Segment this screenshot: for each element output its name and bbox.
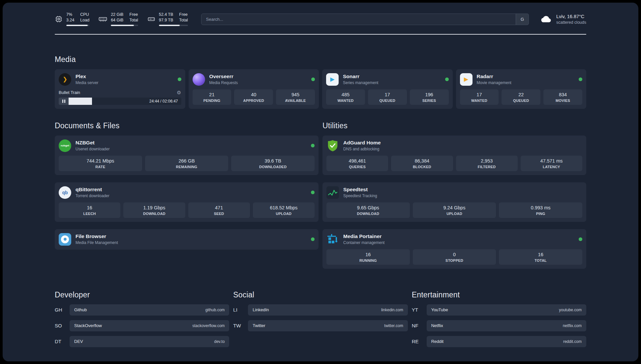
stat-label: SEED bbox=[190, 212, 249, 216]
stat-label: DOWNLOAD bbox=[125, 212, 184, 216]
service-name: File Browser bbox=[76, 233, 118, 239]
stat-label: MOVIES bbox=[545, 99, 581, 103]
disk-metric: 52.4 TB 97.9 TB Free Total bbox=[147, 13, 188, 26]
stat-box: 17 QUEUED bbox=[368, 89, 407, 105]
stat-value: 744.21 Mbps bbox=[60, 158, 141, 164]
service-card-speedtest[interactable]: Speedtest Speedtest Tracking 9.65 Gbps D… bbox=[322, 182, 586, 222]
system-metrics: 7% 3.24 CPU Load bbox=[55, 13, 188, 26]
bookmark-link-youtube[interactable]: YouTube youtube.com bbox=[427, 304, 586, 316]
search-bar: G bbox=[201, 14, 529, 25]
service-card-portainer[interactable]: Media Portainer Container management 16 … bbox=[322, 229, 586, 269]
bookmark-abbr: RE bbox=[412, 339, 422, 344]
plex-icon: ❯ bbox=[59, 73, 71, 86]
service-subtitle: Speedtest Tracking bbox=[343, 194, 377, 198]
service-card-adguard[interactable]: AdGuard Home DNS and adblocking 498,461 … bbox=[322, 136, 586, 175]
stat-label: PING bbox=[500, 212, 581, 216]
stat-label: QUEUED bbox=[369, 99, 406, 103]
bookmark-url: dev.to bbox=[214, 339, 225, 344]
playback-progress-bar[interactable]: 24:44 / 02:06:47 bbox=[59, 98, 181, 105]
stat-label: BLOCKED bbox=[392, 165, 451, 169]
service-name: Speedtest bbox=[343, 187, 377, 193]
bookmark-link-stackoverflow[interactable]: StackOverflow stackoverflow.com bbox=[70, 320, 229, 331]
bookmark-url: reddit.com bbox=[563, 339, 582, 344]
cloud-icon bbox=[540, 15, 552, 23]
bookmark-link-twitter[interactable]: Twitter twitter.com bbox=[248, 320, 408, 331]
bookmark-link-linkedin[interactable]: LinkedIn linkedin.com bbox=[248, 304, 408, 316]
bookmark-url: twitter.com bbox=[384, 323, 403, 328]
disk-free: 52.4 TB bbox=[159, 13, 173, 17]
service-card-sonarr[interactable]: ▶ Sonarr Series management 485 WANTED 17… bbox=[322, 69, 453, 109]
bookmark-name: LinkedIn bbox=[253, 307, 269, 312]
bookmark-link-dev[interactable]: DEV dev.to bbox=[70, 336, 229, 347]
sonarr-icon: ▶ bbox=[326, 73, 339, 86]
bookmark-group-entertainment: Entertainment YT YouTube youtube.com NF … bbox=[412, 290, 586, 347]
now-playing-title: Bullet Train bbox=[59, 90, 80, 95]
section-title-documents: Documents & Files bbox=[55, 121, 319, 130]
weather-location: Lviv, 16.87°C bbox=[556, 14, 586, 19]
playback-time: 24:44 / 02:06:47 bbox=[149, 99, 178, 104]
bookmark-row: SO StackOverflow stackoverflow.com bbox=[55, 320, 229, 331]
service-card-overseerr[interactable]: Overseerr Media Requests 21 PENDING 40 A… bbox=[189, 69, 319, 109]
status-dot bbox=[311, 144, 315, 147]
stat-box: 0.993 ms PING bbox=[499, 202, 582, 218]
stat-label: PENDING bbox=[194, 99, 230, 103]
bookmark-name: Netflix bbox=[431, 323, 443, 328]
stat-label: LEECH bbox=[60, 212, 119, 216]
stat-label: DOWNLOAD bbox=[328, 212, 409, 216]
bookmark-link-netflix[interactable]: Netflix netflix.com bbox=[427, 320, 586, 331]
bookmark-abbr: TW bbox=[233, 323, 243, 328]
cpu-percent: 7% bbox=[66, 13, 74, 17]
stat-value: 9.24 Gbps bbox=[414, 205, 495, 210]
stat-value: 485 bbox=[327, 92, 364, 97]
bookmark-row: DT DEV dev.to bbox=[55, 336, 229, 347]
status-dot bbox=[579, 77, 582, 81]
bookmark-row: LI LinkedIn linkedin.com bbox=[233, 304, 408, 316]
stat-label: WANTED bbox=[461, 99, 498, 103]
stat-label: FILTERED bbox=[457, 165, 516, 169]
stat-label: RATE bbox=[60, 165, 141, 169]
stat-box: 485 WANTED bbox=[326, 89, 365, 105]
bookmark-abbr: SO bbox=[55, 323, 65, 328]
status-dot bbox=[311, 77, 315, 81]
stat-box: 16 TOTAL bbox=[499, 249, 582, 265]
bookmark-name: Twitter bbox=[253, 323, 265, 328]
service-subtitle: Media Requests bbox=[209, 80, 238, 85]
section-title-media: Media bbox=[55, 55, 586, 64]
stat-box: 40 APPROVED bbox=[234, 89, 273, 105]
service-card-radarr[interactable]: ▶ Radarr Movie management 17 WANTED 22 Q… bbox=[456, 69, 587, 109]
stat-box: 266 GB REMAINING bbox=[145, 156, 229, 171]
service-card-plex[interactable]: ❯ Plex Media server Bullet Train ⚙ 24:44… bbox=[55, 69, 185, 109]
stat-label: UPLOAD bbox=[414, 212, 495, 216]
status-dot bbox=[311, 237, 315, 241]
stat-label: RUNNING bbox=[328, 258, 409, 262]
gear-icon[interactable]: ⚙ bbox=[177, 90, 181, 96]
bookmark-url: youtube.com bbox=[559, 308, 582, 312]
service-name: Media Portainer bbox=[343, 233, 384, 239]
service-card-qbittorrent[interactable]: qb qBittorrent Torrent downloader 16 LEE… bbox=[55, 182, 319, 222]
ram-free: 22 GiB bbox=[111, 13, 123, 17]
disk-total-label: Total bbox=[179, 18, 188, 23]
service-subtitle: Usenet downloader bbox=[76, 147, 109, 151]
pause-button[interactable] bbox=[59, 98, 69, 105]
cpu-metric: 7% 3.24 CPU Load bbox=[55, 13, 89, 26]
search-input[interactable] bbox=[201, 14, 529, 25]
bookmark-link-github[interactable]: Github github.com bbox=[70, 304, 229, 316]
service-card-filebrowser[interactable]: File Browser Media File Management bbox=[55, 229, 319, 250]
stat-value: 498,461 bbox=[328, 158, 387, 164]
service-card-nzbget[interactable]: nzbget NZBGet Usenet downloader 744.21 M… bbox=[55, 136, 319, 175]
stat-box: 834 MOVIES bbox=[543, 89, 582, 105]
disk-usage-bar bbox=[159, 25, 188, 26]
qbittorrent-icon: qb bbox=[59, 186, 71, 199]
bookmark-link-reddit[interactable]: Reddit reddit.com bbox=[427, 336, 586, 347]
bookmark-abbr: GH bbox=[55, 307, 65, 313]
stat-label: AVAILABLE bbox=[277, 99, 314, 103]
stat-value: 196 bbox=[411, 92, 447, 97]
stat-box: 47.571 ms LATENCY bbox=[521, 156, 582, 171]
service-subtitle: Container management bbox=[343, 240, 384, 245]
search-engine-button[interactable]: G bbox=[516, 14, 529, 25]
stat-label: WANTED bbox=[327, 99, 364, 103]
stat-value: 834 bbox=[545, 92, 581, 97]
weather-widget[interactable]: Lviv, 16.87°C scattered clouds bbox=[540, 14, 586, 25]
stat-value: 39.6 TB bbox=[232, 158, 313, 164]
bookmark-abbr: LI bbox=[233, 307, 243, 313]
